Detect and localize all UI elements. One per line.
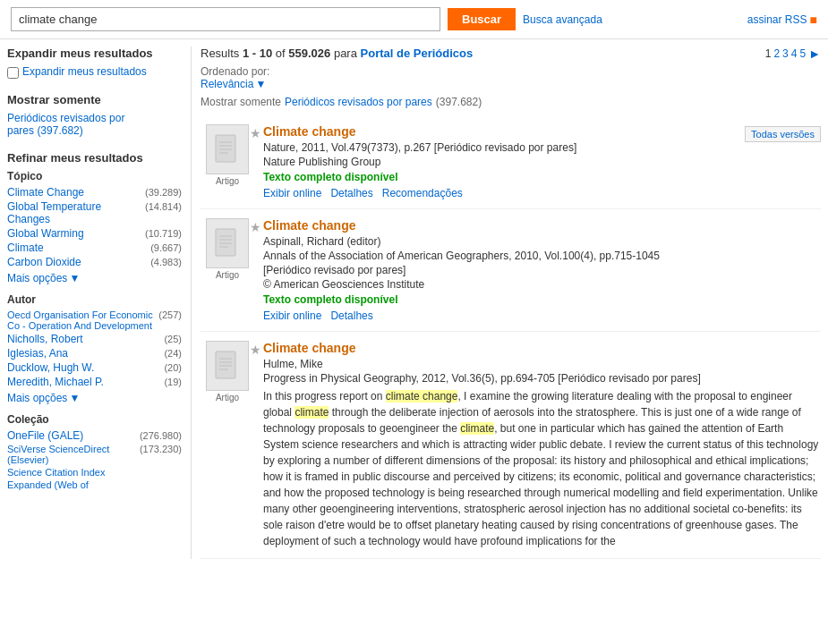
topic-co2-link[interactable]: Carbon Dioxide <box>7 256 81 268</box>
topic-global-warming-count: (10.719) <box>145 228 182 239</box>
header: Buscar Busca avançada assinar RSS ■ <box>0 0 828 39</box>
svg-rect-5 <box>216 229 235 256</box>
filter-row: Mostrar somente Periódicos revisados por… <box>201 96 821 108</box>
article-2-meta2: [Periódico revisado por pares] <box>263 264 821 276</box>
search-button[interactable]: Buscar <box>448 8 516 30</box>
collection-sciverse-count: (173.230) <box>140 444 182 454</box>
article-2-star-icon[interactable]: ★ <box>250 220 261 234</box>
article-2-thumb: ★ Artigo <box>201 218 254 322</box>
collection-sci-link[interactable]: Science Citation Index <box>7 467 105 478</box>
collection-expanded-link[interactable]: Expanded (Web of <box>7 479 89 490</box>
article-1-title[interactable]: Climate change <box>263 124 821 139</box>
mais-opcoes-autor[interactable]: Mais opções ▼ <box>7 392 182 404</box>
author-nicholls-link[interactable]: Nicholls, Robert <box>7 333 83 345</box>
article-2-title[interactable]: Climate change <box>263 218 821 233</box>
article-1-links: Exibir online Detalhes Recomendações <box>263 187 821 199</box>
article-2-author: Aspinall, Richard (editor) <box>263 235 821 248</box>
topic-climate-link[interactable]: Climate <box>7 242 44 254</box>
collections-list: OneFile (GALE) (276.980) SciVerse Scienc… <box>7 429 182 490</box>
page-5[interactable]: 5 <box>799 47 806 60</box>
refinar-section: Refinar meus resultados Tópico Climate C… <box>7 151 182 490</box>
relevancia-label: Relevância <box>201 78 253 90</box>
collection-sci: Science Citation Index <box>7 467 182 478</box>
author-iglesias: Iglesias, Ana (24) <box>7 347 182 360</box>
author-ducklow-link[interactable]: Ducklow, Hugh W. <box>7 361 94 374</box>
filter-peer-reviewed-link[interactable]: Periódicos revisados por pares <box>285 96 432 108</box>
article-1-full-text: Texto completo disponível <box>263 171 821 183</box>
article-1-icon <box>206 124 249 174</box>
portal-link[interactable]: Portal de Periódicos <box>361 47 474 60</box>
rss-link[interactable]: assinar RSS ■ <box>747 13 817 27</box>
article-1-type: Artigo <box>216 176 239 186</box>
expandir-checkbox[interactable] <box>7 67 19 79</box>
collection-onefile: OneFile (GALE) (276.980) <box>7 429 182 442</box>
collection-expanded: Expanded (Web of <box>7 479 182 490</box>
expandir-label: Expandir meus resultados <box>22 65 147 78</box>
relevancia-dropdown-icon: ▼ <box>255 78 266 90</box>
author-iglesias-link[interactable]: Iglesias, Ana <box>7 347 68 360</box>
mais-opcoes-topico[interactable]: Mais opções ▼ <box>7 272 182 284</box>
article-3-icon <box>206 341 249 391</box>
article-3-abstract: In this progress report on climate chang… <box>263 388 821 549</box>
author-nicholls: Nicholls, Robert (25) <box>7 333 182 345</box>
mostrar-link[interactable]: Periódicos revisados por pares (397.682) <box>7 112 182 137</box>
highlight-climate-2: climate <box>460 422 494 435</box>
highlight-climate-1: climate <box>294 406 329 419</box>
article-2-exibir-link[interactable]: Exibir online <box>263 309 321 322</box>
article-2-links: Exibir online Detalhes <box>263 309 821 322</box>
author-oecd-link[interactable]: Oecd Organisation For Economic Co - Oper… <box>7 309 155 331</box>
article-3-body: Climate change Hulme, Mike Progress in P… <box>263 341 821 549</box>
article-3-type: Artigo <box>216 393 239 402</box>
document-icon-2 <box>214 227 241 259</box>
mostrar-title: Mostrar somente <box>7 93 182 106</box>
topic-global-temp-link[interactable]: Global Temperature Changes <box>7 200 141 225</box>
search-input[interactable] <box>11 7 440 31</box>
document-icon-3 <box>214 350 241 382</box>
collection-sciverse-link[interactable]: SciVerse ScienceDirect (Elsevier) <box>7 444 136 465</box>
highlight-climate-change-1: climate change <box>386 390 458 402</box>
topic-climate-change-link[interactable]: Climate Change <box>7 186 84 199</box>
filter-label: Mostrar somente <box>201 96 281 108</box>
expandir-section: Expandir meus resultados Expandir meus r… <box>7 47 182 79</box>
filter-count: (397.682) <box>436 96 482 108</box>
article-3-thumb: ★ Artigo <box>201 341 254 549</box>
svg-rect-0 <box>216 135 235 162</box>
article-1-recomendacoes-link[interactable]: Recomendações <box>382 187 463 199</box>
collection-onefile-link[interactable]: OneFile (GALE) <box>7 429 83 442</box>
page-4[interactable]: 4 <box>791 47 798 60</box>
article-1-detalhes-link[interactable]: Detalhes <box>330 187 372 199</box>
authors-list: Oecd Organisation For Economic Co - Oper… <box>7 309 182 388</box>
article-1-todas-versoes[interactable]: Todas versões <box>745 126 821 142</box>
article-1-exibir-link[interactable]: Exibir online <box>263 187 321 199</box>
svg-rect-10 <box>216 352 235 378</box>
author-meredith: Meredith, Michael P. (19) <box>7 376 182 388</box>
topic-climate-change-count: (39.289) <box>145 187 182 198</box>
author-meredith-count: (19) <box>164 377 182 387</box>
autor-title: Autor <box>7 293 182 306</box>
article-1-publisher: Nature Publishing Group <box>263 156 821 168</box>
topico-title: Tópico <box>7 170 182 182</box>
article-3-title[interactable]: Climate change <box>263 341 821 355</box>
document-icon <box>214 133 241 165</box>
article-2-publisher: © American Geosciences Institute <box>263 278 821 291</box>
colecao-title: Coleção <box>7 413 182 426</box>
page-1[interactable]: 1 <box>765 47 772 60</box>
ordered-block: Ordenado por: Relevância ▼ <box>201 64 821 90</box>
mais-opcoes-autor-label: Mais opções <box>7 392 67 404</box>
relevancia-link[interactable]: Relevância ▼ <box>201 78 821 90</box>
article-1-meta: Nature, 2011, Vol.479(7373), p.267 [Peri… <box>263 141 821 154</box>
page-2[interactable]: 2 <box>773 47 780 60</box>
collection-sciverse: SciVerse ScienceDirect (Elsevier) (173.2… <box>7 444 182 465</box>
article-2-icon <box>206 218 249 268</box>
mostrar-section: Mostrar somente Periódicos revisados por… <box>7 93 182 137</box>
article-2-detalhes-link[interactable]: Detalhes <box>330 309 372 322</box>
page-3[interactable]: 3 <box>782 47 789 60</box>
article-1: ★ Artigo Climate change Nature, 2011, Vo… <box>201 115 821 209</box>
pagination: 1 2 3 4 5 ► <box>765 47 821 61</box>
author-meredith-link[interactable]: Meredith, Michael P. <box>7 376 104 388</box>
article-3-star-icon[interactable]: ★ <box>250 343 261 357</box>
advanced-search-link[interactable]: Busca avançada <box>523 13 602 26</box>
topic-global-warming-link[interactable]: Global Warming <box>7 227 84 240</box>
article-1-star-icon[interactable]: ★ <box>250 126 261 140</box>
mais-opcoes-topico-label: Mais opções <box>7 272 67 284</box>
